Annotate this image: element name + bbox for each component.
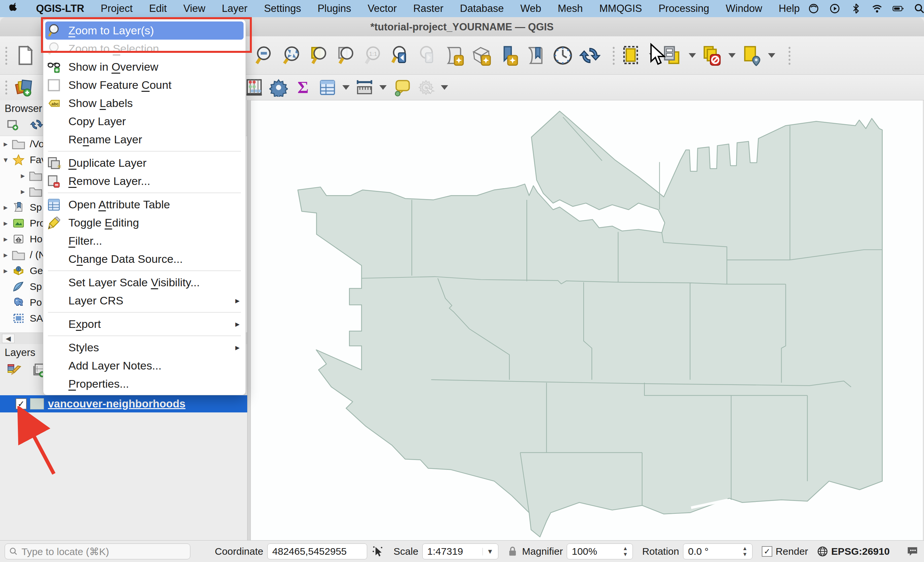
mouse-position-toggle-icon[interactable] xyxy=(371,545,384,558)
toolbar-grip[interactable] xyxy=(612,46,616,65)
menu-item-set-layer-scale-visibility[interactable]: Set Layer Scale Visibility... xyxy=(43,274,246,291)
data-source-manager-button[interactable] xyxy=(15,78,33,97)
menubar-item-project[interactable]: Project xyxy=(93,3,141,15)
show-spatial-bookmarks-button[interactable] xyxy=(525,45,546,66)
measure-dropdown[interactable] xyxy=(380,85,387,90)
processing-dropdown[interactable] xyxy=(441,85,448,90)
attribute-table-dropdown[interactable] xyxy=(342,85,350,90)
menubar-item-raster[interactable]: Raster xyxy=(405,3,452,15)
refresh-browser-icon[interactable] xyxy=(29,118,44,131)
select-features-button[interactable] xyxy=(622,45,644,66)
expander-icon[interactable]: ▸ xyxy=(17,187,28,196)
zoom-next-button[interactable] xyxy=(417,45,438,66)
epsg-status[interactable]: EPSG:26910 xyxy=(831,546,890,557)
menu-item-remove-layer[interactable]: Remove Layer... xyxy=(43,172,246,190)
coordinate-field[interactable]: 482465,5452955 xyxy=(267,544,367,559)
spotlight-search-icon[interactable] xyxy=(914,3,924,14)
menubar-item-mesh[interactable]: Mesh xyxy=(550,3,591,15)
scale-combobox[interactable]: 1:47319 ▼ xyxy=(422,544,498,559)
zoom-last-button[interactable] xyxy=(390,45,411,66)
menubar-item-web[interactable]: Web xyxy=(512,3,550,15)
zoom-native-resolution-button[interactable]: 1:1 xyxy=(363,45,384,66)
scale-dropdown-icon[interactable]: ▼ xyxy=(483,548,494,555)
new-project-button[interactable] xyxy=(15,45,36,66)
expander-icon[interactable]: ▸ xyxy=(0,139,11,149)
menu-item-show-feature-count[interactable]: Show Feature Count xyxy=(43,76,246,94)
menubar-item-plugins[interactable]: Plugins xyxy=(309,3,360,15)
menu-item-toggle-editing[interactable]: Toggle Editing xyxy=(43,214,246,232)
zoom-to-layer-button[interactable] xyxy=(335,45,357,66)
new-map-view-button[interactable] xyxy=(444,45,465,66)
locate-search-input[interactable]: Type to locate (⌘K) xyxy=(4,544,190,559)
menu-item-duplicate-layer[interactable]: ✳ Duplicate Layer xyxy=(43,154,246,172)
apple-menu[interactable] xyxy=(0,1,28,15)
temporal-controller-button[interactable] xyxy=(552,45,573,66)
select-by-location-dropdown[interactable] xyxy=(768,53,775,58)
lock-scale-icon[interactable] xyxy=(507,545,518,558)
add-selected-layers-icon[interactable] xyxy=(5,118,21,131)
select-by-value-dropdown[interactable] xyxy=(689,53,696,58)
menu-item-styles[interactable]: Styles ▸ xyxy=(43,338,246,357)
expander-icon[interactable]: ▸ xyxy=(0,235,11,244)
toolbar-grip[interactable] xyxy=(4,79,9,96)
menu-item-copy-layer[interactable]: Copy Layer xyxy=(43,112,246,130)
zoom-out-button[interactable] xyxy=(254,45,275,66)
menu-item-show-labels[interactable]: abc Show Labels xyxy=(43,94,246,112)
expander-icon[interactable]: ▾ xyxy=(0,155,11,164)
menu-item-rename-layer[interactable]: Rename Layer xyxy=(43,130,246,149)
new-3d-map-view-button[interactable] xyxy=(471,45,492,66)
map-canvas[interactable] xyxy=(250,100,923,541)
menu-item-properties[interactable]: Properties... xyxy=(43,375,246,393)
menubar-item-edit[interactable]: Edit xyxy=(141,3,175,15)
layer-styling-options-button[interactable] xyxy=(269,78,288,97)
expander-icon[interactable]: ▸ xyxy=(0,266,11,275)
menubar-item-view[interactable]: View xyxy=(175,3,214,15)
processing-in-place-button[interactable] xyxy=(417,78,435,97)
crs-globe-icon[interactable] xyxy=(817,546,828,558)
zoom-full-extent-button[interactable] xyxy=(281,45,302,66)
map-tips-button[interactable] xyxy=(392,78,411,97)
menubar-item-window[interactable]: Window xyxy=(717,3,770,15)
menu-item-show-in-overview[interactable]: Show in Overview xyxy=(43,58,246,76)
expander-icon[interactable]: ▸ xyxy=(0,218,11,228)
layer-name[interactable]: vancouver-neighborhoods xyxy=(48,398,185,410)
render-checkbox[interactable]: ✓ xyxy=(762,546,772,557)
toolbar-grip[interactable] xyxy=(4,46,9,65)
focus-mode-icon[interactable] xyxy=(808,3,819,14)
log-messages-icon[interactable] xyxy=(906,545,920,558)
expander-icon[interactable]: ▸ xyxy=(0,203,11,212)
layer-styling-icon[interactable] xyxy=(5,362,22,378)
magnifier-spinbox[interactable]: 100% ▲▼ xyxy=(567,544,633,559)
field-calculator-button[interactable] xyxy=(245,78,263,97)
menubar-item-help[interactable]: Help xyxy=(770,3,808,15)
toolbar-grip[interactable] xyxy=(788,46,792,65)
menubar-item-database[interactable]: Database xyxy=(452,3,512,15)
statistical-summary-button[interactable]: Σ xyxy=(294,78,312,97)
deselect-features-button[interactable] xyxy=(702,45,723,66)
new-spatial-bookmark-button[interactable] xyxy=(498,45,519,66)
rotation-spinner[interactable]: ▲▼ xyxy=(742,546,747,557)
menubar-item-mmqgis[interactable]: MMQGIS xyxy=(591,3,650,15)
expander-icon[interactable]: ▸ xyxy=(0,250,11,260)
select-by-location-button[interactable] xyxy=(741,45,762,66)
expander-icon[interactable]: ▸ xyxy=(17,171,28,180)
menu-item-export[interactable]: Export ▸ xyxy=(43,315,246,333)
menu-item-filter[interactable]: Filter... xyxy=(43,232,246,250)
menu-item-change-data-source[interactable]: Change Data Source... xyxy=(43,250,246,268)
menu-item-layer-crs[interactable]: Layer CRS ▸ xyxy=(43,291,246,310)
measure-button[interactable] xyxy=(355,78,374,97)
menubar-item-app[interactable]: QGIS-LTR xyxy=(28,3,93,15)
menu-item-add-layer-notes[interactable]: Add Layer Notes... xyxy=(43,357,246,375)
zoom-to-selection-button[interactable] xyxy=(308,45,330,66)
rotation-spinbox[interactable]: 0.0 ° ▲▼ xyxy=(683,544,753,559)
play-status-icon[interactable] xyxy=(829,3,840,14)
battery-icon[interactable] xyxy=(892,3,904,14)
refresh-map-button[interactable] xyxy=(579,45,600,66)
scroll-left-icon[interactable]: ◀ xyxy=(2,334,15,343)
menubar-item-processing[interactable]: Processing xyxy=(650,3,717,15)
open-attribute-table-button[interactable] xyxy=(318,78,337,97)
menubar-item-settings[interactable]: Settings xyxy=(256,3,309,15)
deselect-features-dropdown[interactable] xyxy=(728,53,736,58)
menu-item-open-attribute-table[interactable]: Open Attribute Table xyxy=(43,196,246,214)
bluetooth-icon[interactable] xyxy=(850,3,861,14)
